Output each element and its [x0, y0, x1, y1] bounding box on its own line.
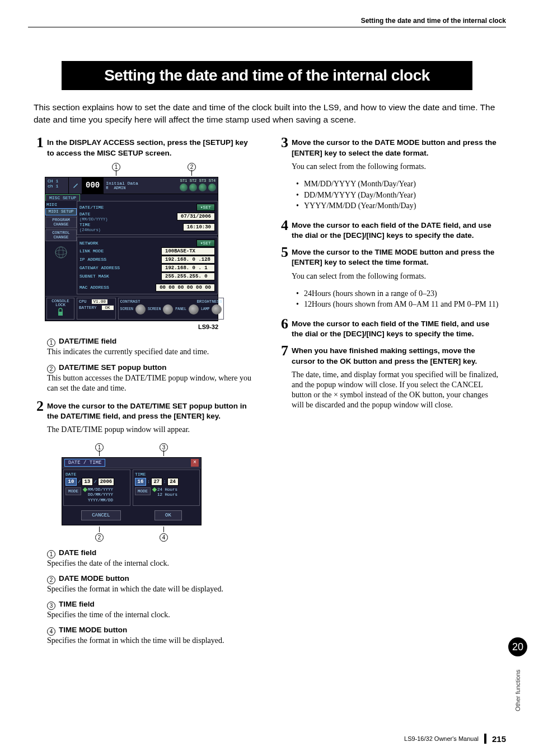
time-minute-field: 27 — [151, 478, 162, 486]
cancel-button: CANCEL — [81, 510, 120, 520]
st-indicators: ST1 ST2 ST3 ST4 — [178, 177, 218, 194]
date-label: DATE — [65, 472, 128, 477]
diamond-icon — [83, 487, 87, 491]
misc-setup-tab: MISC SETUP — [45, 194, 80, 201]
header-rule — [28, 27, 506, 27]
time-value: 16:10:30 — [183, 223, 215, 231]
running-header: Setting the date and time of the interna… — [28, 17, 506, 27]
svg-point-0 — [55, 247, 67, 258]
figure-caption: LS9-32 — [45, 323, 218, 330]
svg-point-2 — [59, 247, 63, 258]
step-text: Move the cursor to the TIME MODE button … — [292, 245, 500, 267]
scene-number: 000 — [82, 177, 104, 194]
time-hour-field: 16 — [135, 478, 146, 486]
callout-number: 1 — [47, 339, 55, 347]
svg-point-1 — [55, 250, 67, 255]
time-mode-button: MODE — [135, 487, 151, 495]
chapter-label: Other functions — [514, 661, 521, 711]
knob-icon — [212, 304, 222, 314]
datetime-group: DATE/TIME ▾SET DATE (MM/DD/YYYY) 07/31/2… — [77, 201, 218, 235]
sidebar-heading: MIDI — [45, 202, 77, 207]
callout-marker: 2 — [188, 163, 196, 171]
callout-title: DATE MODE button — [59, 574, 129, 583]
callout-body: This button accesses the DATE/TIME popup… — [47, 373, 256, 393]
step-text: In the DISPLAY ACCESS section, press the… — [47, 135, 256, 158]
manual-name: LS9-16/32 Owner's Manual — [404, 735, 479, 742]
step-number: 7 — [278, 344, 288, 366]
step-text: Move the cursor to each field of the TIM… — [292, 317, 500, 339]
scene-name: Initial Data — [106, 181, 176, 186]
network-set-button: ▾SET — [196, 240, 215, 247]
group-title: NETWORK — [79, 241, 99, 246]
callout-number: 2 — [47, 576, 55, 584]
format-list: MM/DD/YYYY (Month/Day/Year) DD/MM/YYYY (… — [298, 179, 500, 212]
popup-title: DATE / TIME — [64, 459, 105, 467]
callout-number: 3 — [47, 602, 55, 610]
network-group: NETWORK ▾SET LINK MODE100BASE-TX IP ADDR… — [77, 237, 218, 294]
step-text: Move the cursor to each field of the DAT… — [292, 218, 500, 241]
svg-rect-3 — [58, 312, 63, 316]
sidebar-midi-setup: MIDI SETUP — [45, 208, 77, 216]
pencil-icon — [69, 177, 82, 194]
page-title: Setting the date and time of the interna… — [62, 61, 472, 90]
callout-title: TIME field — [59, 600, 95, 608]
date-year-field: 2006 — [98, 478, 115, 486]
callout-body: Specifies the format in which the time w… — [47, 636, 256, 646]
callout-body: Specifies the time of the internal clock… — [47, 610, 256, 620]
step-number: 3 — [278, 135, 288, 158]
callout-body: This indicates the currently specified d… — [47, 347, 256, 357]
sidebar-program-change: PROGRAM CHANGE — [45, 217, 77, 228]
callout-number: 1 — [47, 550, 55, 558]
step-number: 5 — [278, 245, 288, 267]
lock-icon — [57, 308, 64, 317]
callout-marker: 1 — [112, 163, 120, 171]
callout-title: DATE field — [59, 548, 96, 557]
group-title: DATE/TIME — [79, 205, 104, 210]
step-text: When you have finished making settings, … — [292, 344, 500, 366]
sidebar-control-change: CONTROL CHANGE — [45, 229, 77, 241]
sidebar: MIDI MIDI SETUP PROGRAM CHANGE CONTROL C… — [45, 201, 77, 296]
time-label: TIME — [135, 472, 198, 477]
callout-title: DATE/TIME field — [59, 337, 116, 345]
date-mode-button: MODE — [65, 487, 81, 495]
r-label: R — [106, 186, 108, 190]
callout-marker: 4 — [160, 533, 168, 542]
globe-icon — [54, 246, 68, 260]
callout-title: DATE/TIME SET popup button — [59, 363, 166, 372]
diamond-icon — [152, 487, 157, 491]
channel-label: ch 1 — [48, 184, 66, 189]
step-text: Move the cursor to the DATE MODE button … — [292, 135, 500, 158]
list-item: 24Hours (hours shown in a range of 0–23) — [298, 288, 500, 299]
channel-label: CH 1 — [48, 179, 66, 184]
intro-paragraph: This section explains how to set the dat… — [34, 101, 500, 125]
console-lock-label: CONSOLE LOCK — [51, 299, 69, 308]
date-value: 07/31/2006 — [177, 213, 215, 220]
right-column: 3 Move the cursor to the DATE MODE butto… — [278, 135, 500, 651]
step-body: You can select from the following format… — [292, 162, 500, 172]
callout-number: 4 — [47, 627, 55, 636]
chapter-badge: 20 — [508, 637, 527, 656]
step-number: 6 — [278, 317, 288, 339]
callout-marker: 2 — [95, 533, 104, 542]
format-list: 24Hours (hours shown in a range of 0–23)… — [298, 288, 500, 310]
step-number: 1 — [34, 135, 44, 158]
step-body: The date, time, and display format you s… — [292, 370, 500, 411]
callout-marker: 1 — [95, 443, 104, 452]
knob-icon — [135, 304, 146, 314]
misc-setup-screenshot: CH 1 ch 1 000 Initial Data R ADMIN — [45, 177, 218, 322]
ok-button: OK — [154, 510, 182, 520]
step-body: You can select from the following format… — [292, 271, 500, 281]
knob-icon — [189, 304, 199, 314]
step-text: Move the cursor to the DATE/TIME SET pop… — [47, 399, 256, 421]
step-number: 2 — [34, 399, 44, 421]
callout-title: TIME MODE button — [59, 626, 127, 634]
date-month-field: 10 — [65, 478, 77, 486]
step-number: 4 — [278, 218, 288, 241]
step-body: The DATE/TIME popup window will appear. — [47, 425, 256, 435]
close-icon: × — [191, 459, 199, 467]
footer-divider — [484, 734, 486, 744]
list-item: DD/MM/YYYY (Day/Month/Year) — [298, 190, 500, 201]
knob-icon — [163, 304, 173, 314]
callout-marker: 3 — [160, 443, 168, 452]
callout-number: 2 — [47, 365, 55, 373]
